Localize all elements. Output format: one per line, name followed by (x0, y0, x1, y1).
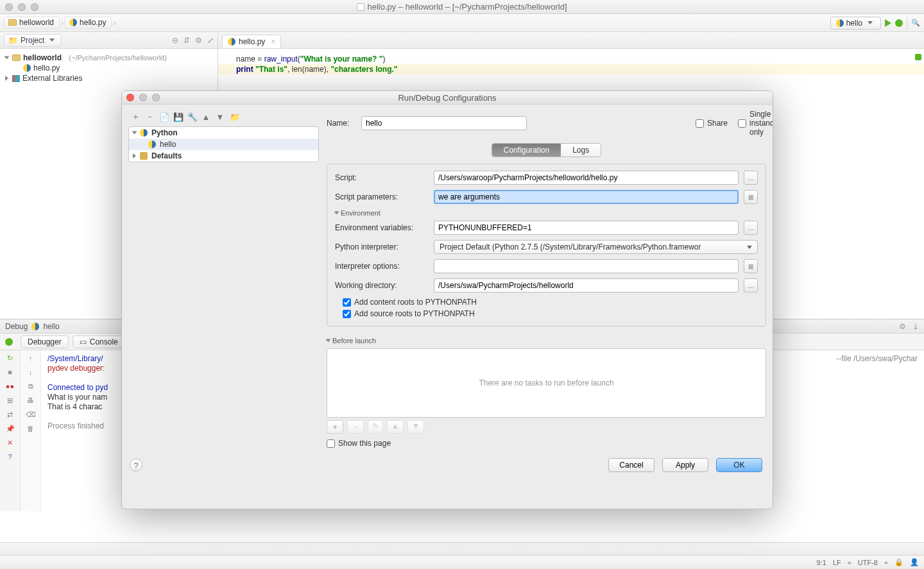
folder-icon (8, 19, 17, 26)
script-input[interactable] (434, 171, 739, 185)
lock-icon[interactable]: 🔒 (894, 558, 903, 566)
help-button[interactable]: ? (130, 459, 142, 471)
config-tabs: Configuration Logs (327, 143, 766, 157)
editor-tabs: hello.py× (218, 32, 924, 49)
autoscroll-icon[interactable]: ⇵ (184, 36, 190, 45)
down-icon[interactable]: ↓ (26, 367, 36, 377)
bottom-tool-rail (0, 542, 924, 555)
breadcrumb-project[interactable]: helloworld (4, 17, 60, 29)
debug-config-name: hello (43, 322, 59, 331)
file-encoding[interactable]: UTF-8 (858, 559, 878, 566)
config-group-defaults-label: Defaults (151, 151, 182, 160)
add-source-roots-input[interactable] (343, 310, 351, 318)
save-config-button[interactable]: 💾 (173, 112, 182, 122)
interpreter-label: Python interpreter: (335, 242, 429, 251)
config-group-python[interactable]: Python (129, 127, 318, 139)
hide-icon[interactable]: ⤢ (207, 36, 214, 45)
tree-project-root[interactable]: helloworld (~/PycharmProjects/helloworld… (3, 53, 215, 63)
tab-logs[interactable]: Logs (561, 144, 601, 157)
clear-icon[interactable]: ⌫ (26, 409, 36, 420)
caret-position[interactable]: 9:1 (817, 559, 826, 566)
help-icon[interactable]: ? (5, 452, 15, 462)
share-checkbox-input[interactable] (696, 119, 704, 128)
project-panel-title[interactable]: 📁 Project (4, 34, 62, 47)
interpreter-options-input[interactable] (434, 259, 739, 273)
apply-button[interactable]: Apply (662, 458, 708, 472)
pin-icon[interactable]: 📌 (5, 423, 15, 434)
add-config-button[interactable]: ＋ (131, 111, 140, 123)
name-label: Name: (327, 119, 355, 128)
debug-button[interactable] (895, 19, 903, 27)
config-name-input[interactable] (361, 116, 527, 130)
gear-icon[interactable]: ⚙ (899, 322, 906, 331)
config-item-hello[interactable]: hello (129, 139, 318, 150)
tab-configuration[interactable]: Configuration (492, 144, 561, 157)
cancel-button[interactable]: Cancel (608, 458, 654, 472)
stop-icon[interactable]: ■ (5, 367, 15, 377)
rerun-icon[interactable]: ↻ (5, 353, 15, 363)
working-dir-input[interactable] (434, 278, 739, 293)
move-up-button[interactable]: ▲ (201, 112, 210, 122)
settings-icon[interactable]: ⇄ (5, 409, 15, 420)
hector-icon[interactable]: 👤 (910, 558, 919, 566)
tree-external-libs[interactable]: External Libraries (3, 73, 215, 83)
close-icon[interactable]: ✕ (5, 437, 15, 448)
add-task-button[interactable]: ＋ (327, 420, 343, 434)
close-icon[interactable]: × (271, 37, 275, 46)
expand-interp-options-button[interactable]: ⊞ (744, 259, 758, 273)
tree-file-label: hello.py (33, 64, 60, 72)
single-instance-checkbox-input[interactable] (738, 119, 746, 128)
library-icon (12, 75, 20, 82)
run-button[interactable] (885, 19, 891, 27)
tab-debugger[interactable]: Debugger (21, 335, 69, 348)
print-icon[interactable]: 🖶 (26, 395, 36, 405)
layout-icon[interactable]: ⊞ (5, 395, 15, 405)
search-icon[interactable]: 🔍 (911, 19, 920, 27)
code-line-2: print "That is", len(name), "characters … (218, 64, 924, 74)
add-content-roots-input[interactable] (343, 298, 351, 307)
share-checkbox[interactable]: Share (696, 119, 724, 128)
config-tree-toolbar: ＋ － 📄 💾 🔧 ▲ ▼ 📁 (128, 110, 319, 126)
run-config-selector[interactable]: hello (830, 17, 881, 30)
script-params-input[interactable] (434, 190, 739, 204)
env-vars-input[interactable] (434, 221, 739, 235)
tree-file-hello[interactable]: hello.py (3, 63, 215, 73)
ok-button[interactable]: OK (716, 458, 762, 472)
folder-button[interactable]: 📁 (230, 112, 239, 122)
move-down-button[interactable]: ▼ (216, 112, 225, 122)
chevron-down-icon (49, 38, 55, 42)
expand-params-button[interactable]: ⊞ (744, 190, 758, 204)
pin-icon[interactable]: ⤓ (912, 322, 919, 331)
edit-env-vars-button[interactable]: … (744, 221, 758, 235)
up-icon[interactable]: ↑ (26, 353, 36, 363)
console-icon: ▭ (80, 337, 87, 346)
line-ending[interactable]: LF (833, 559, 841, 566)
copy-config-button[interactable]: 📄 (159, 112, 168, 122)
add-source-roots-checkbox[interactable]: Add source roots to PYTHONPATH (343, 309, 758, 318)
environment-section-header[interactable]: Environment (335, 209, 758, 217)
wrap-icon[interactable]: ⧉ (26, 381, 36, 391)
editor-tab-hello[interactable]: hello.py× (222, 35, 281, 48)
interpreter-select[interactable]: Project Default (Python 2.7.5 (/System/L… (434, 240, 758, 254)
show-this-page-input[interactable] (327, 439, 335, 448)
show-this-page-checkbox[interactable]: Show this page (327, 439, 766, 448)
remove-config-button[interactable]: － (145, 111, 154, 123)
disclosure-arrow-icon (4, 56, 10, 60)
collapse-all-icon[interactable]: ⊖ (172, 36, 178, 45)
single-instance-checkbox[interactable]: Single instance only (738, 110, 766, 137)
breakpoints-icon[interactable]: ●● (5, 381, 15, 391)
interpreter-value: Project Default (Python 2.7.5 (/System/L… (440, 242, 701, 251)
trash-icon[interactable]: 🗑 (26, 423, 36, 434)
add-content-roots-checkbox[interactable]: Add content roots to PYTHONPATH (343, 298, 758, 307)
browse-working-dir-button[interactable]: … (744, 278, 758, 293)
gear-icon[interactable]: ⚙ (195, 36, 202, 45)
python-icon (140, 129, 148, 137)
before-launch-header[interactable]: Before launch (327, 337, 766, 344)
edit-defaults-button[interactable]: 🔧 (187, 112, 196, 122)
folder-icon (12, 55, 21, 61)
browse-script-button[interactable]: … (744, 171, 758, 185)
config-tree: Python hello Defaults (128, 126, 319, 162)
breadcrumb-file[interactable]: hello.py (65, 17, 112, 29)
config-group-defaults[interactable]: Defaults (129, 150, 318, 162)
tree-libs-label: External Libraries (22, 74, 82, 83)
